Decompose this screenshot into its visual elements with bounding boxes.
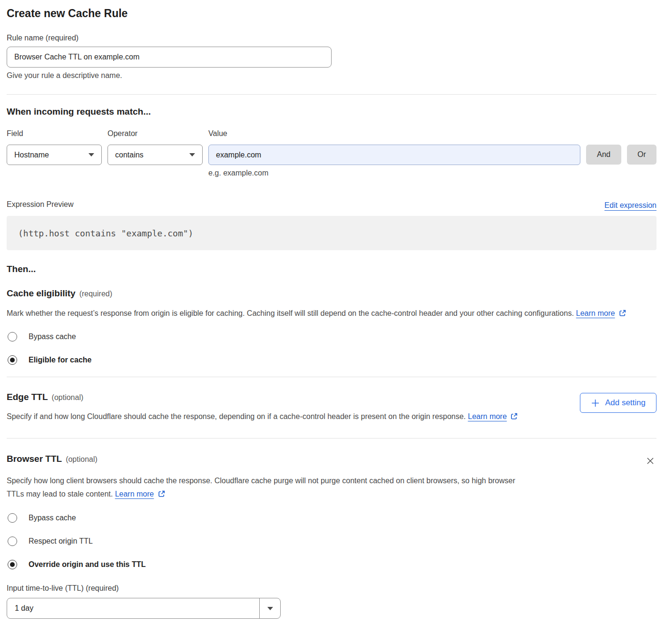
ttl-select-value: 1 day	[7, 598, 259, 618]
radio-icon	[8, 513, 17, 523]
edge-ttl-title-text: Edge TTL	[7, 392, 48, 402]
cache-eligibility-options: Bypass cache Eligible for cache	[7, 332, 656, 365]
expression-preview-box: (http.host contains "example.com")	[7, 216, 656, 250]
add-setting-label: Add setting	[605, 398, 646, 408]
required-tag: (required)	[79, 290, 112, 298]
radio-label: Bypass cache	[29, 332, 76, 342]
radio-eligible-for-cache[interactable]: Eligible for cache	[8, 355, 656, 365]
divider	[7, 438, 656, 439]
divider	[7, 94, 656, 95]
match-builder: Field Operator Value Hostname contains A…	[7, 129, 656, 177]
optional-tag: (optional)	[66, 455, 98, 463]
operator-select[interactable]: contains	[108, 145, 203, 165]
rule-name-input[interactable]	[7, 47, 332, 68]
radio-respect-origin-ttl[interactable]: Respect origin TTL	[8, 536, 656, 546]
radio-bypass-cache[interactable]: Bypass cache	[8, 332, 656, 342]
or-button[interactable]: Or	[627, 145, 656, 165]
radio-icon	[8, 560, 17, 569]
value-hint: e.g. example.com	[208, 169, 580, 177]
match-heading: When incoming requests match...	[7, 106, 656, 117]
browser-ttl-description: Specify how long client browsers should …	[7, 474, 520, 502]
edge-ttl-section: Edge TTL(optional) Specify if and how lo…	[7, 392, 656, 425]
radio-label: Eligible for cache	[29, 355, 91, 365]
radio-icon	[8, 332, 17, 342]
external-link-icon	[157, 489, 166, 502]
optional-tag: (optional)	[52, 393, 84, 401]
cache-eligibility-title-text: Cache eligibility	[7, 288, 76, 298]
expression-preview-label: Expression Preview	[7, 199, 74, 210]
rule-name-label: Rule name (required)	[7, 33, 656, 43]
cache-eligibility-description: Mark whether the request’s response from…	[7, 307, 644, 322]
learn-more-link[interactable]: Learn more	[576, 309, 615, 317]
value-label: Value	[208, 129, 580, 138]
ttl-input-label: Input time-to-live (TTL) (required)	[7, 584, 656, 593]
radio-bypass-cache[interactable]: Bypass cache	[8, 513, 656, 523]
operator-label: Operator	[108, 129, 203, 138]
chevron-down-icon	[189, 153, 195, 156]
radio-label: Respect origin TTL	[29, 536, 93, 546]
rule-name-help: Give your rule a descriptive name.	[7, 71, 656, 80]
expression-code: (http.host contains "example.com")	[18, 228, 193, 238]
external-link-icon	[618, 308, 627, 322]
divider	[7, 377, 656, 377]
external-link-icon	[510, 411, 518, 425]
chevron-down-icon	[259, 598, 280, 618]
value-input[interactable]	[208, 145, 580, 165]
expression-preview-header: Expression Preview Edit expression	[7, 199, 656, 210]
edge-ttl-description: Specify if and how long Cloudflare shoul…	[7, 410, 518, 425]
browser-ttl-options: Bypass cache Respect origin TTL Override…	[7, 513, 656, 570]
create-cache-rule-form: Create new Cache Rule Rule name (require…	[0, 0, 666, 627]
cache-eligibility-title: Cache eligibility(required)	[7, 288, 656, 299]
browser-ttl-title: Browser TTL(optional)	[7, 454, 98, 465]
then-heading: Then...	[7, 263, 656, 275]
field-select[interactable]: Hostname	[7, 145, 102, 165]
close-icon	[645, 456, 656, 466]
edge-ttl-title: Edge TTL(optional)	[7, 392, 518, 403]
and-button[interactable]: And	[586, 145, 621, 165]
page-title: Create new Cache Rule	[7, 6, 656, 20]
field-label: Field	[7, 129, 102, 138]
plus-icon	[591, 399, 600, 408]
cache-eligibility-description-text: Mark whether the request’s response from…	[7, 309, 574, 317]
close-button[interactable]	[644, 455, 656, 467]
radio-label: Override origin and use this TTL	[29, 559, 146, 570]
learn-more-link[interactable]: Learn more	[468, 412, 507, 420]
radio-icon	[8, 537, 17, 546]
operator-select-value: contains	[115, 151, 144, 159]
learn-more-link[interactable]: Learn more	[115, 490, 154, 498]
edge-ttl-description-text: Specify if and how long Cloudflare shoul…	[7, 412, 466, 420]
edit-expression-link[interactable]: Edit expression	[605, 201, 656, 210]
radio-override-origin-ttl[interactable]: Override origin and use this TTL	[8, 559, 656, 570]
chevron-down-icon	[88, 153, 94, 156]
radio-label: Bypass cache	[29, 513, 76, 523]
ttl-select[interactable]: 1 day	[7, 598, 281, 619]
browser-ttl-title-text: Browser TTL	[7, 454, 62, 464]
add-setting-button[interactable]: Add setting	[580, 393, 656, 413]
radio-icon	[8, 355, 17, 365]
field-select-value: Hostname	[14, 151, 49, 159]
browser-ttl-header: Browser TTL(optional)	[7, 454, 656, 467]
browser-ttl-description-text: Specify how long client browsers should …	[7, 477, 515, 498]
